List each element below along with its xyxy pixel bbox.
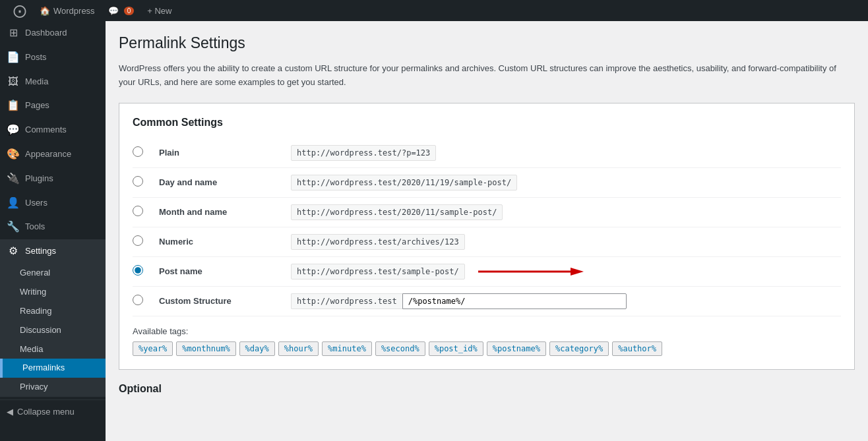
privacy-label: Privacy [20, 382, 48, 393]
comments-menu-icon: 💬 [7, 123, 20, 137]
custom-url-base: http://wordpress.test [291, 293, 402, 309]
sidebar-item-posts[interactable]: 📄 Posts [0, 45, 106, 70]
collapse-label: Collapse menu [17, 407, 75, 417]
submenu-privacy[interactable]: Privacy [0, 378, 106, 397]
permalink-month-url-row: http://wordpress.test/2020/11/sample-pos… [291, 204, 841, 220]
page-description: WordPress offers you the ability to crea… [119, 62, 855, 90]
sidebar-item-dashboard[interactable]: ⊞ Dashboard [0, 21, 106, 45]
pages-icon: 📋 [7, 99, 20, 113]
tag-hour[interactable]: %hour% [278, 341, 319, 356]
permalink-day-row: Day and name http://wordpress.test/2020/… [133, 168, 841, 198]
permalink-plain-row: Plain http://wordpress.test/?p=123 [133, 138, 841, 168]
collapse-icon: ◀ [7, 407, 13, 417]
sidebar-item-pages[interactable]: 📋 Pages [0, 94, 106, 118]
permalink-custom-label: Custom Structure [159, 296, 278, 306]
sidebar-comments-label: Comments [25, 125, 67, 136]
sidebar-item-tools[interactable]: 🔧 Tools [0, 215, 106, 239]
custom-structure-input-group: http://wordpress.test [291, 293, 627, 309]
permalink-day-label: Day and name [159, 177, 278, 187]
writing-label: Writing [20, 287, 46, 298]
sidebar-item-media[interactable]: 🖼 Media [0, 70, 106, 94]
submenu-general[interactable]: General [0, 264, 106, 283]
sidebar-media-label: Media [25, 76, 48, 88]
permalink-postname-url-row: http://wordpress.test/sample-post/ [291, 264, 841, 279]
permalink-plain-url: http://wordpress.test/?p=123 [291, 145, 436, 161]
admin-bar: ⨀ 🏠 Wordpress 💬 0 + New [0, 0, 868, 21]
tags-row: %year% %monthnum% %day% %hour% %minute% … [133, 341, 841, 356]
sidebar-item-plugins[interactable]: 🔌 Plugins [0, 167, 106, 191]
discussion-label: Discussion [20, 325, 61, 336]
common-settings-card: Common Settings Plain http://wordpress.t… [119, 103, 855, 370]
adminbar-site[interactable]: 🏠 Wordpress [33, 0, 102, 21]
permalink-postname-url: http://wordpress.test/sample-post/ [291, 264, 465, 279]
site-name: Wordpress [53, 6, 95, 16]
sidebar-dashboard-label: Dashboard [25, 28, 67, 39]
permalink-plain-radio[interactable] [133, 146, 143, 157]
tag-minute[interactable]: %minute% [322, 341, 372, 356]
permalink-numeric-url-row: http://wordpress.test/archives/123 [291, 234, 841, 250]
permalink-month-row: Month and name http://wordpress.test/202… [133, 198, 841, 227]
permalink-numeric-url: http://wordpress.test/archives/123 [291, 234, 465, 250]
sidebar: ⊞ Dashboard 📄 Posts 🖼 Media 📋 Pages 💬 Co… [0, 21, 106, 441]
sidebar-pages-label: Pages [25, 100, 49, 111]
submenu-writing[interactable]: Writing [0, 283, 106, 302]
posts-icon: 📄 [7, 51, 20, 65]
tag-postname[interactable]: %postname% [487, 341, 546, 356]
wp-logo[interactable]: ⨀ [7, 3, 33, 18]
reading-label: Reading [20, 306, 51, 317]
permalink-plain-label: Plain [159, 148, 278, 158]
svg-marker-1 [571, 268, 584, 276]
sidebar-plugins-label: Plugins [25, 173, 53, 185]
comments-count: 0 [124, 7, 135, 15]
permalink-custom-url-row: http://wordpress.test [291, 293, 841, 309]
comments-icon: 💬 [108, 6, 119, 16]
sidebar-users-label: Users [25, 198, 47, 209]
sidebar-settings-label: Settings [25, 246, 56, 257]
permalink-month-label: Month and name [159, 207, 278, 217]
sidebar-item-appearance[interactable]: 🎨 Appearance [0, 142, 106, 167]
collapse-menu[interactable]: ◀ Collapse menu [0, 399, 106, 423]
general-label: General [20, 268, 50, 279]
custom-url-input[interactable] [402, 293, 627, 309]
appearance-icon: 🎨 [7, 148, 20, 162]
submenu-discussion[interactable]: Discussion [0, 321, 106, 340]
available-tags-label: Available tags: [133, 326, 841, 336]
submenu-media[interactable]: Media [0, 340, 106, 359]
permalink-numeric-label: Numeric [159, 237, 278, 247]
media-sub-label: Media [20, 344, 43, 355]
media-icon: 🖼 [7, 75, 20, 89]
sidebar-item-users[interactable]: 👤 Users [0, 191, 106, 216]
tag-category[interactable]: %category% [549, 341, 609, 356]
permalink-postname-radio[interactable] [133, 265, 143, 276]
tag-second[interactable]: %second% [375, 341, 425, 356]
tag-post-id[interactable]: %post_id% [429, 341, 483, 356]
sidebar-appearance-label: Appearance [25, 149, 71, 160]
tag-monthnum[interactable]: %monthnum% [176, 341, 235, 356]
sidebar-tools-label: Tools [25, 221, 45, 233]
permalink-numeric-radio[interactable] [133, 235, 143, 246]
permalink-month-radio[interactable] [133, 206, 143, 216]
tag-day[interactable]: %day% [239, 341, 275, 356]
permalink-day-url-row: http://wordpress.test/2020/11/19/sample-… [291, 175, 841, 191]
permalinks-label: Permalinks [22, 363, 65, 374]
submenu-reading[interactable]: Reading [0, 302, 106, 321]
settings-icon: ⚙ [7, 245, 20, 258]
tools-icon: 🔧 [7, 220, 20, 234]
sidebar-item-settings[interactable]: ⚙ Settings [0, 239, 106, 264]
permalink-day-radio[interactable] [133, 176, 143, 187]
permalink-postname-row: Post name http://wordpress.test/sample-p… [133, 257, 841, 287]
sidebar-item-comments[interactable]: 💬 Comments [0, 118, 106, 142]
adminbar-new[interactable]: + New [140, 0, 178, 21]
optional-title: Optional [119, 383, 855, 395]
adminbar-comments[interactable]: 💬 0 [102, 0, 141, 21]
permalink-month-url: http://wordpress.test/2020/11/sample-pos… [291, 204, 503, 220]
permalink-custom-radio[interactable] [133, 295, 143, 305]
available-tags-section: Available tags: %year% %monthnum% %day% … [133, 326, 841, 356]
new-label: + New [147, 6, 171, 16]
tag-year[interactable]: %year% [133, 341, 173, 356]
sidebar-posts-label: Posts [25, 52, 47, 63]
permalink-day-url: http://wordpress.test/2020/11/19/sample-… [291, 175, 517, 191]
tag-author[interactable]: %author% [612, 341, 662, 356]
submenu-permalinks[interactable]: Permalinks [0, 359, 106, 378]
common-settings-title: Common Settings [133, 117, 841, 129]
